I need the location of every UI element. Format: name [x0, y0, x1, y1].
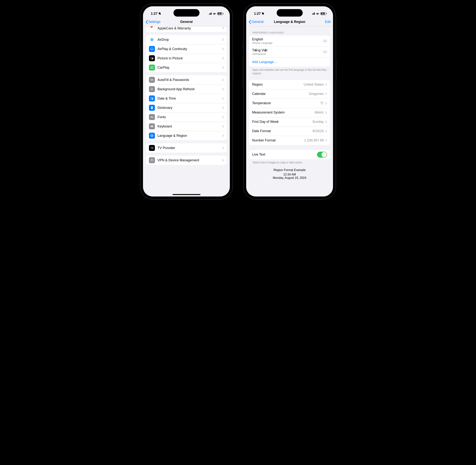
dateformat-label: Date Format: [252, 129, 312, 133]
pip-label: Picture in Picture: [157, 56, 222, 60]
autofill-icon: [149, 77, 155, 83]
section-header-preferred: Preferred Languages: [249, 26, 330, 36]
row-dictionary[interactable]: A Dictionary: [146, 103, 227, 112]
drag-handle-icon[interactable]: [321, 50, 327, 54]
datetime-label: Date & Time: [157, 96, 222, 100]
svg-rect-26: [151, 127, 153, 127]
autofill-label: AutoFill & Passwords: [157, 78, 222, 82]
row-numberformat[interactable]: Number Format 1,234,567.89: [249, 136, 330, 145]
chevron-icon: [325, 120, 327, 123]
bgrefresh-label: Background App Refresh: [157, 87, 222, 91]
firstday-label: First Day of Week: [252, 120, 312, 124]
dictionary-icon: A: [149, 105, 155, 111]
row-keyboard[interactable]: Keyboard: [146, 122, 227, 131]
footer-languages: Apps and websites will use the first lan…: [249, 67, 330, 75]
carplay-icon: [149, 64, 155, 71]
status-time: 1:27: [254, 12, 261, 16]
airdrop-icon: [149, 37, 155, 42]
svg-rect-21: [151, 126, 153, 127]
screen-langregion: 1:27 83 General Language & Region Edit P…: [246, 6, 333, 197]
row-bgrefresh[interactable]: Background App Refresh: [146, 85, 227, 94]
navbar-general: Settings General: [143, 18, 230, 26]
applecare-icon: [149, 26, 155, 30]
svg-rect-6: [152, 58, 153, 59]
chevron-icon: [222, 88, 224, 91]
back-label: Settings: [148, 20, 160, 24]
row-fonts[interactable]: Aa Fonts: [146, 112, 227, 122]
bgrefresh-icon: [149, 86, 155, 92]
status-time: 1:27: [151, 12, 157, 16]
row-airdrop[interactable]: AirDrop: [146, 35, 227, 44]
chevron-icon: [222, 26, 224, 29]
group-livetext: Live Text: [249, 150, 330, 159]
svg-point-1: [152, 39, 153, 40]
row-calendar[interactable]: Calendar Gregorian: [249, 89, 330, 99]
row-carplay[interactable]: CarPlay: [146, 63, 227, 72]
row-vpn[interactable]: VPN & Device Management: [146, 156, 227, 165]
group-applecare: AppleCare & Warranty: [146, 26, 227, 32]
svg-rect-22: [151, 126, 151, 126]
silent-icon: [158, 12, 161, 15]
row-langregion[interactable]: Language & Region: [146, 131, 227, 140]
footer-livetext: Select text in images to copy or take ac…: [249, 159, 330, 164]
svg-point-10: [151, 80, 152, 80]
row-autofill[interactable]: AutoFill & Passwords: [146, 75, 227, 85]
group-region-settings: Region United States Calendar Gregorian …: [249, 80, 330, 145]
row-tvprovider[interactable]: TV Provider: [146, 143, 227, 153]
firstday-value: Sunday: [312, 120, 324, 124]
measurement-label: Measurement System: [252, 111, 315, 115]
chevron-icon: [325, 93, 327, 95]
row-firstday[interactable]: First Day of Week Sunday: [249, 117, 330, 127]
row-region[interactable]: Region United States: [249, 80, 330, 89]
back-button[interactable]: General: [248, 20, 263, 24]
row-lang-english[interactable]: English iPhone Language: [249, 36, 330, 46]
row-airplay[interactable]: AirPlay & Continuity: [146, 44, 227, 53]
row-dateformat[interactable]: Date Format 8/19/24: [249, 127, 330, 136]
dynamic-island: [277, 9, 303, 17]
svg-point-11: [152, 80, 152, 80]
page-title: Language & Region: [274, 20, 305, 24]
dictionary-label: Dictionary: [157, 106, 222, 110]
svg-text:Aa: Aa: [151, 116, 153, 118]
dynamic-island: [174, 9, 199, 17]
livetext-toggle[interactable]: [317, 152, 327, 158]
edit-button[interactable]: Edit: [325, 20, 331, 24]
example-date: Monday, August 19, 2024: [249, 176, 330, 180]
group-languages: English iPhone Language Tiếng Việt Vietn…: [249, 36, 330, 67]
tvprovider-icon: [149, 145, 155, 151]
drag-handle-icon[interactable]: [321, 39, 327, 43]
back-label: General: [252, 20, 263, 24]
svg-rect-25: [153, 126, 153, 126]
lang-sub: Vietnamese: [252, 53, 321, 55]
row-applecare[interactable]: AppleCare & Warranty: [146, 26, 227, 32]
phone-left: 1:27 83 Settings General: [140, 4, 232, 199]
group-connectivity: AirDrop AirPlay & Continuity Picture in …: [146, 35, 227, 72]
chevron-icon: [325, 130, 327, 133]
row-datetime[interactable]: Date & Time: [146, 94, 227, 103]
wifi-icon: [316, 12, 319, 15]
airplay-icon: [149, 46, 155, 52]
lang-name: English: [252, 37, 321, 41]
home-indicator[interactable]: [173, 194, 200, 195]
row-lang-vietnamese[interactable]: Tiếng Việt Vietnamese: [249, 46, 330, 57]
tvprovider-label: TV Provider: [157, 146, 222, 150]
svg-rect-13: [151, 97, 153, 100]
airdrop-label: AirDrop: [157, 38, 222, 42]
screen-general: 1:27 83 Settings General: [143, 6, 230, 197]
calendar-value: Gregorian: [309, 92, 324, 96]
example-title: Region Format Example: [249, 169, 330, 172]
back-button[interactable]: Settings: [145, 20, 160, 24]
row-add-language[interactable]: Add Language…: [249, 57, 330, 67]
signal-icon: [209, 12, 212, 15]
temperature-label: Temperature: [252, 101, 320, 105]
measurement-value: Metric: [315, 111, 324, 115]
langregion-icon: [149, 133, 155, 139]
group-system: AutoFill & Passwords Background App Refr…: [146, 75, 227, 140]
row-pip[interactable]: Picture in Picture: [146, 53, 227, 63]
row-temperature[interactable]: Temperature °C: [249, 99, 330, 108]
row-measurement[interactable]: Measurement System Metric: [249, 108, 330, 117]
battery-icon: 83: [320, 12, 327, 15]
chevron-icon: [222, 66, 224, 69]
keyboard-icon: [149, 123, 155, 129]
chevron-icon: [325, 111, 327, 114]
